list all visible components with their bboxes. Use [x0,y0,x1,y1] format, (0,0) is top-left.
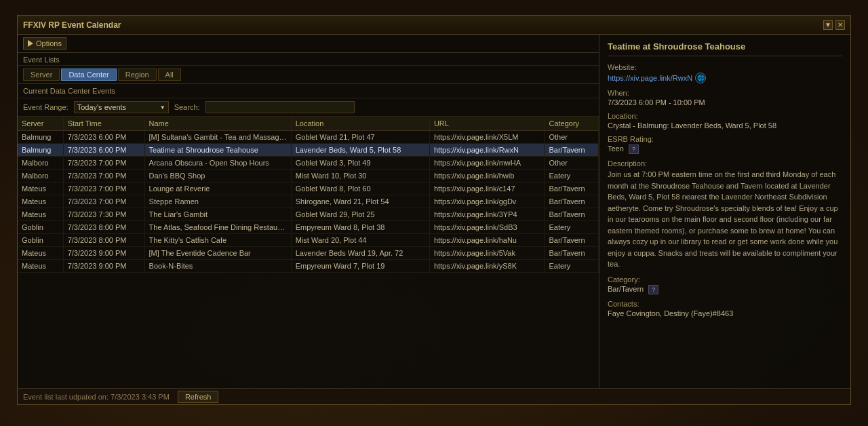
cell-3: Empyreum Ward 8, Plot 38 [291,221,429,234]
tab-server[interactable]: Server [23,69,60,81]
table-body: Balmung7/3/2023 6:00 PM[M] Sultana's Gam… [18,131,599,273]
cell-3: Mist Ward 20, Plot 44 [291,234,429,247]
cell-0: Mateus [18,247,63,260]
location-field: Location: Crystal - Balmung: Lavender Be… [608,112,842,130]
website-url[interactable]: https://xiv.page.link/RwxN [608,74,692,82]
cell-5: Bar/Tavern [545,247,599,260]
filter-label: Current Data Center Events [18,84,599,98]
col-name: Name [144,117,291,131]
cell-5: Other [545,157,599,170]
cell-0: Mateus [18,260,63,273]
cell-5: Eatery [545,260,599,273]
cell-0: Goblin [18,221,63,234]
globe-icon[interactable]: 🌐 [695,73,706,83]
cell-2: [M] The Eventide Cadence Bar [144,247,291,260]
table-row[interactable]: Goblin7/3/2023 8:00 PMThe Atlas, Seafood… [18,221,599,234]
cell-3: Goblet Ward 8, Plot 60 [291,182,429,195]
cell-0: Balmung [18,131,63,144]
esrb-badge[interactable]: ? [629,144,639,154]
category-value: Bar/Tavern ? [608,285,842,294]
cell-1: 7/3/2023 7:30 PM [63,208,144,221]
table-row[interactable]: Balmung7/3/2023 6:00 PMTeatime at Shroud… [18,144,599,157]
tab-data-center[interactable]: Data Center [61,69,116,81]
table-row[interactable]: Mateus7/3/2023 7:00 PMSteppe RamenShirog… [18,195,599,208]
tab-region[interactable]: Region [118,69,157,81]
cell-4: https://xiv.page.link/mwHA [429,157,545,170]
options-label: Options [36,39,62,47]
main-window: FFXIV RP Event Calendar ▼ ✕ Options Even… [17,15,851,405]
refresh-button[interactable]: Refresh [178,391,219,403]
col-url: URL [429,117,545,131]
description-label: Description: [608,159,842,168]
search-input[interactable] [205,101,355,113]
cell-1: 7/3/2023 9:00 PM [63,260,144,273]
cell-2: [M] Sultana's Gambit - Tea and Massages [144,131,291,144]
cell-0: Mateus [18,195,63,208]
cell-2: Arcana Obscura - Open Shop Hours [144,157,291,170]
range-value: Today's events [77,103,126,111]
table-row[interactable]: Mateus7/3/2023 7:00 PMLounge at ReverieG… [18,182,599,195]
cell-2: Steppe Ramen [144,195,291,208]
col-server: Server [18,117,63,131]
when-field: When: 7/3/2023 6:00 PM - 10:00 PM [608,89,842,106]
cell-3: Mist Ward 10, Plot 30 [291,170,429,182]
cell-1: 7/3/2023 7:00 PM [63,182,144,195]
cell-2: The Liar's Gambit [144,208,291,221]
cell-5: Bar/Tavern [545,144,599,157]
cell-4: https://xiv.page.link/5Vak [429,247,545,260]
cell-3: Goblet Ward 3, Plot 49 [291,157,429,170]
cell-4: https://xiv.page.link/c147 [429,182,545,195]
tab-all[interactable]: All [158,69,181,81]
table-row[interactable]: Balmung7/3/2023 6:00 PM[M] Sultana's Gam… [18,131,599,144]
cell-3: Lavender Beds, Ward 5, Plot 58 [291,144,429,157]
when-value: 7/3/2023 6:00 PM - 10:00 PM [608,98,842,106]
window-title: FFXIV RP Event Calendar [23,20,121,30]
table-row[interactable]: Malboro7/3/2023 7:00 PMArcana Obscura - … [18,157,599,170]
cell-5: Other [545,131,599,144]
search-label: Search: [174,103,200,111]
cell-2: Teatime at Shroudrose Teahouse [144,144,291,157]
detail-title: Teatime at Shroudrose Teahouse [608,41,842,56]
cell-1: 7/3/2023 9:00 PM [63,247,144,260]
cell-2: Lounge at Reverie [144,182,291,195]
options-button[interactable]: Options [23,37,66,50]
range-label: Event Range: [23,103,68,111]
cell-3: Goblet Ward 21, Plot 47 [291,131,429,144]
table-row[interactable]: Mateus7/3/2023 7:30 PMThe Liar's GambitG… [18,208,599,221]
cell-4: https://xiv.page.link/3YP4 [429,208,545,221]
cell-0: Mateus [18,182,63,195]
left-panel: Options Event Lists Server Data Center R… [18,35,599,388]
cell-4: https://xiv.page.link/ggDv [429,195,545,208]
table-row[interactable]: Goblin7/3/2023 8:00 PMThe Kitty's Catfis… [18,234,599,247]
table-row[interactable]: Mateus7/3/2023 9:00 PMBook-N-BitesEmpyre… [18,260,599,273]
cell-5: Bar/Tavern [545,182,599,195]
cell-5: Bar/Tavern [545,234,599,247]
cell-0: Mateus [18,208,63,221]
cell-2: The Kitty's Catfish Cafe [144,234,291,247]
description-value: Join us at 7:00 PM eastern time on the f… [608,169,842,270]
options-bar: Options [18,35,599,53]
status-bar: Event list last udpated on: 7/3/2023 3:4… [18,388,850,404]
title-bar: FFXIV RP Event Calendar ▼ ✕ [18,16,850,35]
detail-panel: Teatime at Shroudrose Teahouse Website: … [599,35,850,388]
table-row[interactable]: Malboro7/3/2023 7:00 PMDan's BBQ ShopMis… [18,170,599,182]
range-select[interactable]: Today's events ▼ [74,101,169,113]
minimize-button[interactable]: ▼ [823,20,833,30]
cell-4: https://xiv.page.link/yS8K [429,260,545,273]
cell-4: https://xiv.page.link/X5LM [429,131,545,144]
cell-1: 7/3/2023 6:00 PM [63,144,144,157]
close-button[interactable]: ✕ [835,20,845,30]
category-badge[interactable]: ? [648,285,658,294]
col-location: Location [291,117,429,131]
controls-row: Event Range: Today's events ▼ Search: [18,98,599,117]
cell-5: Eatery [545,221,599,234]
event-table-container: Server Start Time Name Location URL Cate… [18,117,599,388]
website-url-row: https://xiv.page.link/RwxN 🌐 [608,73,842,83]
cell-0: Malboro [18,157,63,170]
cell-1: 7/3/2023 6:00 PM [63,131,144,144]
cell-5: Eatery [545,170,599,182]
cell-4: https://xiv.page.link/SdB3 [429,221,545,234]
location-value: Crystal - Balmung: Lavender Beds, Ward 5… [608,121,842,130]
table-row[interactable]: Mateus7/3/2023 9:00 PM[M] The Eventide C… [18,247,599,260]
col-start-time: Start Time [63,117,144,131]
